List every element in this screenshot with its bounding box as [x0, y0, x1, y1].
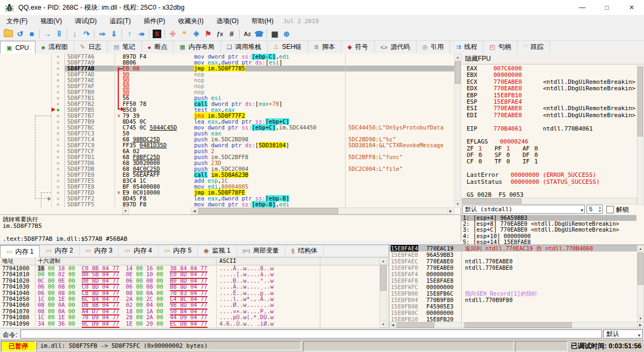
hex-byte[interactable]: 77	[112, 308, 119, 314]
globe-icon[interactable]: ⊕	[281, 28, 292, 39]
hex-byte[interactable]: 04	[102, 296, 109, 302]
restart-icon[interactable]: ↺	[14, 28, 26, 39]
hex-byte[interactable]: 8D	[180, 283, 187, 290]
hex-byte[interactable]: C4	[170, 296, 177, 302]
tab-symbols[interactable]: ◆符号	[341, 41, 374, 53]
hex-byte[interactable]: 8C	[180, 296, 187, 302]
registers-vscroll-thumb[interactable]	[638, 67, 643, 137]
argument-count-stepper[interactable]: 5 ▲ ▼	[586, 205, 603, 214]
stepper-up-icon[interactable]: ▲	[598, 206, 602, 210]
hex-byte[interactable]: 1E	[58, 314, 65, 320]
hex-byte[interactable]: 77	[112, 283, 119, 290]
hex-byte[interactable]: 00	[136, 283, 143, 290]
register-eax[interactable]: EAX007C6000	[461, 66, 636, 72]
hex-byte[interactable]: 00	[48, 277, 55, 284]
hex-byte[interactable]: 50	[170, 308, 177, 314]
hex-byte[interactable]: 77	[112, 290, 119, 296]
hex-byte[interactable]: 04	[190, 308, 197, 314]
hex-byte[interactable]: 04	[146, 301, 153, 308]
hex-byte[interactable]: 84	[180, 265, 187, 271]
breakpoint-dot-icon[interactable]: ●	[51, 107, 65, 113]
menu-item-0[interactable]: 文件(F)	[0, 16, 34, 27]
register-ebp[interactable]: EBP15E8FB10	[461, 92, 636, 99]
argument-row[interactable]: 3: [esp+C] 770EABE0 <ntdll.DbgUiRemoteBr…	[461, 227, 636, 233]
step-over-icon[interactable]: ↷	[81, 28, 92, 39]
step-into-icon[interactable]: ↓	[69, 28, 81, 39]
hex-byte[interactable]: B0	[170, 277, 177, 284]
stack-row[interactable]: 15E8FAE4770EAC19返回到 ntdll.770EAC19 自 ntd…	[389, 245, 644, 252]
hex-byte[interactable]: 77	[201, 283, 207, 290]
hex-byte[interactable]: 04	[190, 301, 197, 308]
hex-byte[interactable]: 0A	[58, 301, 65, 308]
disasm-gutter-scroll-down-icon[interactable]: ▼	[122, 207, 129, 214]
breakpoint-dot-icon[interactable]: ●	[51, 137, 65, 142]
stack-row[interactable]: 15E8FB0C00000000	[389, 310, 644, 316]
hex-byte[interactable]: C0	[82, 265, 89, 271]
hex-byte[interactable]: 18	[58, 265, 65, 271]
hex-byte[interactable]: 04	[190, 290, 197, 296]
menu-item-4[interactable]: 插件(P)	[137, 16, 171, 27]
disasm-vscroll-down-icon[interactable]: ▼	[454, 200, 461, 207]
breakpoint-dot-icon[interactable]: ●	[51, 166, 65, 172]
hex-byte[interactable]: 08	[146, 277, 153, 284]
breakpoint-dot-icon[interactable]: ●	[51, 95, 65, 101]
command-scope-select[interactable]: 默认 ▼	[603, 329, 643, 339]
hex-byte[interactable]: 00	[156, 265, 163, 271]
hex-byte[interactable]: 00	[48, 296, 55, 302]
hex-byte[interactable]: 00	[68, 290, 75, 296]
hex-byte[interactable]: 77	[201, 314, 207, 320]
hex-byte[interactable]: 00	[136, 320, 143, 327]
disasm-hscroll-thumb[interactable]	[198, 208, 338, 214]
menu-item-5[interactable]: 收藏夹(I)	[171, 16, 210, 27]
comment-icon[interactable]: ❝	[178, 28, 190, 39]
hex-byte[interactable]: 04	[190, 277, 197, 284]
hex-byte[interactable]: 8D	[180, 271, 187, 277]
breakpoint-dot-icon[interactable]: ●	[51, 60, 65, 66]
hex-byte[interactable]: 04	[190, 265, 197, 271]
hex-byte[interactable]: 00	[156, 301, 163, 308]
tab-dump-1[interactable]: ▭内存 1	[0, 245, 40, 258]
tab-notes[interactable]: ▤笔记	[108, 41, 141, 53]
hex-byte[interactable]: 00	[68, 296, 75, 302]
hex-byte[interactable]: 1C	[38, 314, 45, 320]
breakpoint-dot-icon[interactable]: ●	[51, 77, 65, 83]
menu-item-3[interactable]: 追踪(T)	[103, 16, 137, 27]
hex-byte[interactable]: 8B	[92, 265, 99, 271]
hex-byte[interactable]: 34	[38, 320, 45, 327]
register-line[interactable]: ZF1PF1AF0	[461, 146, 636, 152]
hex-byte[interactable]: 04	[102, 314, 109, 320]
hex-byte[interactable]: 16	[146, 265, 153, 271]
hex-byte[interactable]: 20	[146, 320, 153, 327]
memory-row[interactable]: 7704109034 00 36 000C D9 04 771E 00 20 0…	[0, 321, 389, 327]
hex-byte[interactable]: 00	[68, 320, 75, 327]
hex-byte[interactable]: 77	[201, 265, 207, 271]
breakpoint-dot-icon[interactable]: ●	[51, 83, 65, 89]
breakpoint-dot-icon[interactable]: ●	[51, 71, 65, 77]
hex-byte[interactable]: D0	[82, 277, 89, 284]
hash-icon[interactable]: #	[226, 28, 238, 39]
disasm-vscroll-up-icon[interactable]: ▲	[454, 54, 461, 61]
hex-byte[interactable]: D8	[180, 320, 187, 327]
hex-byte[interactable]: 77	[201, 308, 207, 314]
breakpoint-dot-icon[interactable]: ●	[51, 178, 65, 184]
tab-source[interactable]: <>源代码	[375, 41, 417, 53]
hex-byte[interactable]: 04	[102, 290, 109, 296]
hex-byte[interactable]: D9	[92, 314, 99, 320]
hex-byte[interactable]: 8B	[92, 301, 99, 308]
disassembly-panel[interactable]: ●5D8F77A6897D F4mov dword ptr ss:[ebp-C]…	[0, 54, 461, 214]
hex-byte[interactable]: 00	[156, 277, 163, 284]
hex-byte[interactable]: 2C	[146, 296, 153, 302]
stack-row[interactable]: 15E8FAEC770EABE0ntdll.770EABE0	[389, 258, 644, 264]
tab-dump-3[interactable]: ▭内存 3	[80, 245, 119, 256]
run-icon[interactable]: →	[41, 28, 53, 39]
hex-byte[interactable]: EC	[170, 320, 177, 327]
open-file-icon[interactable]	[2, 28, 14, 39]
hex-byte[interactable]: B8	[170, 283, 177, 290]
hex-byte[interactable]: 8D	[92, 283, 99, 290]
menu-item-7[interactable]: 帮助(H)	[245, 16, 280, 27]
tab-handles[interactable]: ◰句柄	[483, 41, 517, 53]
hex-byte[interactable]: 00	[48, 301, 55, 308]
breakpoint-dot-icon[interactable]: ●	[51, 89, 65, 95]
hex-byte[interactable]: 06	[38, 283, 45, 290]
minimize-button[interactable]: —	[570, 0, 595, 15]
